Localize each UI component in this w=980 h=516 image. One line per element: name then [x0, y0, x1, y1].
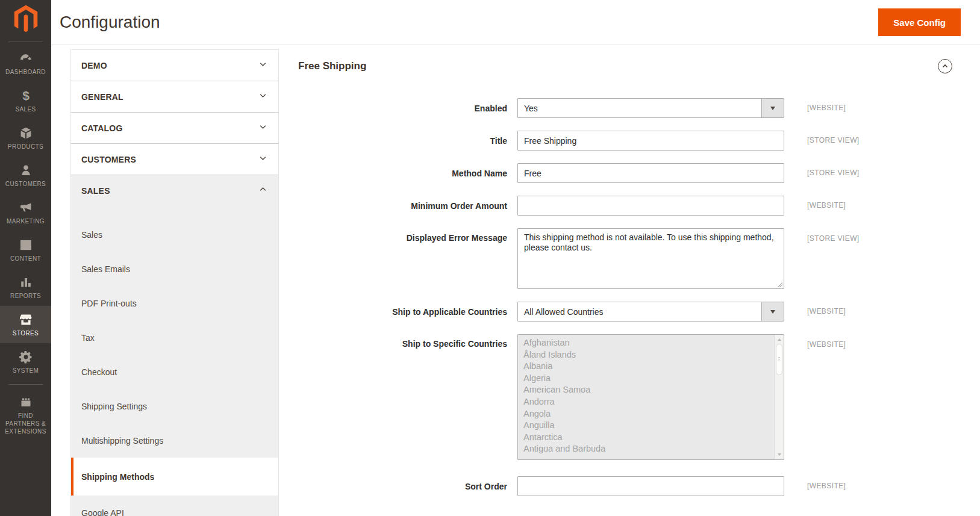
country-option-algeria[interactable]: Algeria — [523, 373, 773, 385]
method-name-label: Method Name — [298, 169, 517, 178]
magento-logo-icon — [13, 5, 39, 34]
config-nav: DEMOGENERALCATALOGCUSTOMERSSALESSalesSal… — [70, 49, 279, 516]
minimum-order-amount-input[interactable] — [517, 196, 784, 216]
scope-label: [WEBSITE] — [807, 307, 846, 316]
page-header: Configuration Save Config — [51, 0, 980, 45]
sidebar-divider — [8, 42, 43, 42]
sidebar-item-customers[interactable]: CUSTOMERS — [0, 157, 51, 194]
scrollbar-thumb[interactable] — [776, 344, 782, 375]
sidebar-item-label: DASHBOARD — [1, 68, 50, 76]
config-nav-section-catalog[interactable]: CATALOG — [70, 112, 279, 143]
chevron-down-icon — [258, 90, 268, 103]
form-row-sort-order: Sort Order [WEBSITE] — [298, 476, 968, 496]
sidebar-item-marketing[interactable]: MARKETING — [0, 194, 51, 231]
config-nav-item-sales[interactable]: Sales — [71, 217, 278, 252]
sidebar-item-label: SALES — [1, 105, 50, 113]
country-option-anguilla[interactable]: Anguilla — [523, 420, 773, 432]
config-nav-item-sales-emails[interactable]: Sales Emails — [71, 252, 278, 286]
config-nav-section-label: DEMO — [81, 61, 107, 70]
dashboard-icon — [1, 51, 50, 66]
sidebar-item-system[interactable]: SYSTEM — [0, 343, 51, 381]
sidebar-item-reports[interactable]: REPORTS — [0, 269, 51, 306]
country-option-afghanistan[interactable]: Afghanistan — [523, 337, 773, 349]
chevron-down-icon — [258, 153, 268, 166]
box-icon — [1, 126, 50, 141]
config-nav-submenu: SalesSales EmailsPDF Print-outsTaxChecko… — [70, 206, 279, 516]
config-nav-section-label: GENERAL — [81, 92, 123, 102]
sidebar-item-label: PRODUCTS — [1, 143, 50, 151]
form-row-ship-to-applicable-countries: Ship to Applicable Countries All Allowed… — [298, 302, 968, 322]
country-option-albania[interactable]: Albania — [523, 361, 773, 373]
scrollbar[interactable] — [774, 335, 784, 459]
resize-handle[interactable] — [777, 282, 782, 287]
sidebar-item-products[interactable]: PRODUCTS — [0, 119, 51, 157]
country-options-list: AfghanistanÅland IslandsAlbaniaAlgeriaAm… — [518, 337, 773, 459]
sidebar-item-label: SYSTEM — [1, 367, 50, 375]
sidebar-item-find-partners[interactable]: FIND PARTNERS & EXTENSIONS — [0, 388, 51, 441]
sidebar-divider — [8, 384, 43, 385]
country-option-angola[interactable]: Angola — [523, 408, 773, 420]
ship-to-applicable-countries-select-value: All Allowed Countries — [524, 307, 604, 317]
page-title: Configuration — [60, 13, 160, 32]
config-nav-item-checkout[interactable]: Checkout — [71, 355, 278, 389]
config-nav-section-customers[interactable]: CUSTOMERS — [70, 143, 279, 175]
config-nav-section-label: CUSTOMERS — [81, 155, 136, 164]
country-option-antigua-and-barbuda[interactable]: Antigua and Barbuda — [523, 443, 773, 455]
person-icon — [1, 163, 50, 178]
chevron-down-icon — [258, 59, 268, 72]
ship-to-applicable-countries-select[interactable]: All Allowed Countries — [517, 302, 784, 322]
config-nav-item-shipping-methods[interactable]: Shipping Methods — [71, 458, 278, 496]
title-input[interactable] — [517, 131, 784, 151]
sidebar-item-label: CUSTOMERS — [1, 180, 50, 188]
admin-sidebar: DASHBOARD$SALESPRODUCTSCUSTOMERSMARKETIN… — [0, 0, 51, 516]
section-title: Free Shipping — [298, 60, 366, 72]
chevron-up-icon — [941, 63, 949, 70]
minimum-order-amount-label: Minimum Order Amount — [298, 201, 517, 211]
magento-logo[interactable] — [0, 0, 51, 39]
bar-chart-icon — [1, 275, 50, 290]
sidebar-item-sales[interactable]: $SALES — [0, 82, 51, 119]
scope-label: [WEBSITE] — [807, 201, 846, 210]
sidebar-item-label: FIND PARTNERS & EXTENSIONS — [1, 412, 50, 435]
sidebar-item-content[interactable]: CONTENT — [0, 231, 51, 269]
save-config-button[interactable]: Save Config — [878, 8, 961, 36]
sort-order-input[interactable] — [517, 476, 784, 496]
enabled-select[interactable]: Yes — [517, 98, 784, 118]
config-nav-item-shipping-settings[interactable]: Shipping Settings — [71, 389, 278, 423]
config-nav-section-label: SALES — [81, 186, 110, 196]
megaphone-icon — [1, 200, 50, 216]
config-nav-item-tax[interactable]: Tax — [71, 320, 278, 355]
country-option-antarctica[interactable]: Antarctica — [523, 432, 773, 444]
free-shipping-section: Free Shipping Enabled Yes [WEBSITE] Titl… — [298, 51, 968, 509]
collapse-section-button[interactable] — [938, 59, 952, 73]
sidebar-item-label: STORES — [1, 329, 50, 337]
scope-label: [STORE VIEW] — [807, 136, 860, 145]
config-nav-item-pdf-print-outs[interactable]: PDF Print-outs — [71, 286, 278, 320]
scope-label: [STORE VIEW] — [807, 169, 860, 178]
form-row-displayed-error-message: Displayed Error Message This shipping me… — [298, 228, 968, 289]
chevron-down-icon — [258, 122, 268, 134]
country-option-land-islands[interactable]: Åland Islands — [523, 349, 773, 361]
sidebar-item-stores[interactable]: STORES — [0, 306, 51, 343]
country-option-andorra[interactable]: Andorra — [523, 396, 773, 408]
scrollbar-up-arrow[interactable] — [775, 336, 784, 343]
scope-label: [WEBSITE] — [807, 334, 846, 349]
ship-to-applicable-countries-label: Ship to Applicable Countries — [298, 307, 517, 317]
scrollbar-down-arrow[interactable] — [775, 451, 784, 458]
config-nav-section-sales[interactable]: SALES — [70, 175, 279, 206]
layout-icon — [1, 238, 50, 253]
config-nav-item-multishipping-settings[interactable]: Multishipping Settings — [71, 423, 278, 458]
method-name-input[interactable] — [517, 163, 784, 183]
config-nav-item-google-api[interactable]: Google API — [71, 496, 278, 516]
enabled-label: Enabled — [298, 104, 517, 113]
sidebar-item-dashboard[interactable]: DASHBOARD — [0, 45, 51, 82]
sidebar-menu: DASHBOARD$SALESPRODUCTSCUSTOMERSMARKETIN… — [0, 45, 51, 441]
scope-label: [WEBSITE] — [807, 104, 846, 113]
form-row-ship-to-specific-countries: Ship to Specific Countries AfghanistanÅl… — [298, 334, 968, 460]
ship-to-specific-countries-multiselect[interactable]: AfghanistanÅland IslandsAlbaniaAlgeriaAm… — [517, 334, 784, 460]
country-option-american-samoa[interactable]: American Samoa — [523, 384, 773, 396]
displayed-error-message-textarea[interactable]: This shipping method is not available. T… — [517, 228, 784, 289]
config-nav-section-demo[interactable]: DEMO — [70, 49, 279, 81]
config-nav-section-general[interactable]: GENERAL — [70, 81, 279, 112]
chevron-down-icon — [761, 302, 784, 321]
